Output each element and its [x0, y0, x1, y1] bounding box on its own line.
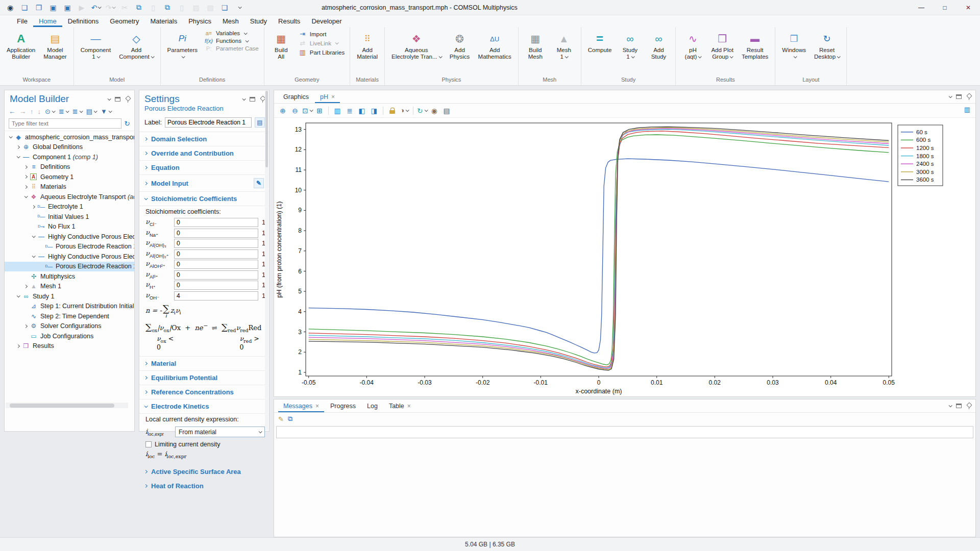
messages-output[interactable]: [276, 426, 973, 438]
tab-graphics[interactable]: Graphics: [278, 91, 314, 103]
ribbon-add-material[interactable]: ⠿AddMaterial: [353, 29, 381, 75]
limiting-current-density-checkbox[interactable]: [145, 441, 152, 447]
scene-icon[interactable]: ◑: [399, 105, 410, 116]
pin-icon[interactable]: [966, 403, 971, 409]
tree-item-step-2-time-dependent[interactable]: ∿Step 2: Time Dependent: [5, 311, 134, 321]
fit-icon[interactable]: ⊞: [314, 105, 325, 116]
zoom-extents-icon[interactable]: ⊡: [302, 105, 313, 116]
section-material[interactable]: Material: [139, 357, 269, 371]
close-icon[interactable]: ×: [331, 93, 335, 101]
tree-caret-icon[interactable]: [22, 166, 29, 168]
float-icon[interactable]: [956, 404, 962, 408]
ribbon-parameters[interactable]: PiParameters: [164, 29, 201, 75]
float-icon[interactable]: [115, 97, 120, 102]
panel-menu-icon[interactable]: [242, 97, 246, 101]
ribbon-add-plot-group[interactable]: ❒Add PlotGroup: [707, 29, 737, 75]
pen-icon[interactable]: ✎: [278, 415, 284, 423]
tree-item-step-1-current-distribution-initialization[interactable]: ⊿Step 1: Current Distribution Initializa…: [5, 302, 134, 312]
tree-caret-icon[interactable]: [14, 146, 21, 148]
ribbon-ph-aqt[interactable]: ∿pH(aqt): [679, 29, 706, 75]
tree-item-electrolyte-1[interactable]: ᴰ—Electrolyte 1: [5, 202, 134, 212]
filter-icon[interactable]: ▼: [101, 108, 111, 115]
ribbon-model-manager[interactable]: ▤ModelManager: [40, 29, 70, 75]
tree-item-job-configurations[interactable]: ▭Job Configurations: [5, 331, 134, 341]
ribbon-build-mesh[interactable]: ▦BuildMesh: [522, 29, 549, 75]
tree-horizontal-scrollbar[interactable]: [6, 403, 128, 408]
iloc-expression-select[interactable]: From material: [175, 427, 265, 437]
move-up-icon[interactable]: ↑: [30, 108, 34, 115]
edit-model-input-icon[interactable]: ✎: [254, 178, 264, 188]
maximize-button[interactable]: □: [933, 0, 957, 15]
section-equilibrium-potential[interactable]: Equilibrium Potential: [139, 371, 269, 385]
zoom-out-icon[interactable]: ⊖: [289, 105, 301, 116]
ribbon-add-physics[interactable]: ❂AddPhysics: [446, 29, 474, 75]
section-override-and-contribution[interactable]: Override and Contribution: [139, 146, 269, 161]
pin-icon[interactable]: [125, 96, 130, 103]
menu-file[interactable]: File: [11, 16, 33, 27]
tree-item-porous-electrode-reaction-1[interactable]: ᴰ—Porous Electrode Reaction 1: [5, 242, 134, 252]
plot-thumbnail-icon[interactable]: ▥: [964, 106, 970, 113]
duplicate-icon[interactable]: ⧉: [161, 2, 174, 13]
update-icon[interactable]: ↻: [416, 105, 428, 116]
tab-messages[interactable]: Messages×: [278, 400, 324, 412]
expand-icon[interactable]: ≣: [59, 108, 68, 115]
ribbon-application-builder[interactable]: AApplicationBuilder: [3, 29, 39, 75]
section-stoichiometric-coefficients[interactable]: Stoichiometric Coefficients: [139, 192, 269, 206]
plot-left-icon[interactable]: ◧: [356, 105, 368, 116]
tree-caret-icon[interactable]: [30, 255, 37, 258]
tree-item-aqueous-electrolyte-transport[interactable]: ❖Aqueous Electrolyte Transport (aqt): [5, 192, 134, 202]
section-equation[interactable]: Equation: [139, 161, 269, 175]
move-down-icon[interactable]: ↓: [38, 108, 41, 115]
tree-caret-icon[interactable]: [14, 156, 21, 158]
save-as-icon[interactable]: ▣: [61, 2, 74, 13]
tree-caret-icon[interactable]: [22, 195, 29, 198]
open-file-icon[interactable]: ❐: [33, 2, 45, 13]
tree-item-atmospheric-corrosion-mass-transport-mph[interactable]: ◆atmospheric_corrosion_mass_transport.mp…: [5, 132, 134, 142]
menu-results[interactable]: Results: [273, 16, 306, 27]
copy-icon[interactable]: ⧉: [133, 2, 145, 13]
rename-icon[interactable]: ▤: [255, 117, 265, 128]
pin-icon[interactable]: [966, 93, 971, 100]
close-icon[interactable]: ×: [315, 403, 319, 410]
nu-na-input[interactable]: [174, 229, 258, 238]
nu-aloh-input[interactable]: [174, 260, 258, 269]
nu-cl-input[interactable]: [174, 218, 258, 227]
show-icon[interactable]: ⊙: [45, 108, 55, 115]
tree-item-no-flux-1[interactable]: ᴰ⊸No Flux 1: [5, 222, 134, 232]
ribbon-variables[interactable]: a=Variables: [204, 30, 259, 36]
section-reference-concentrations[interactable]: Reference Concentrations: [139, 385, 269, 399]
tree-item-solver-configurations[interactable]: ⚙Solver Configurations: [5, 321, 134, 332]
panel-menu-icon[interactable]: [949, 94, 952, 98]
nu-al-oh-input[interactable]: [174, 249, 258, 259]
pin-icon[interactable]: [260, 96, 265, 103]
tree-caret-icon[interactable]: [22, 186, 29, 188]
menu-study[interactable]: Study: [244, 16, 273, 27]
tree-item-porous-electrode-reaction-1[interactable]: ᴰ—Porous Electrode Reaction 1: [5, 262, 134, 272]
ribbon-add-study[interactable]: ∞AddStudy: [645, 29, 672, 75]
tab-log[interactable]: Log: [362, 400, 383, 412]
refresh-icon[interactable]: ↻: [124, 119, 130, 128]
menu-geometry[interactable]: Geometry: [104, 16, 144, 27]
ribbon-add-component[interactable]: ◇AddComponent: [115, 29, 157, 75]
tree-filter-input[interactable]: [9, 118, 121, 129]
tree-caret-icon[interactable]: [7, 136, 14, 138]
tree-caret-icon[interactable]: [14, 295, 21, 297]
axes-list-icon[interactable]: ≣: [344, 105, 355, 116]
section-active-specific-surface-area[interactable]: Active Specific Surface Area: [139, 465, 269, 479]
close-icon[interactable]: ×: [407, 403, 411, 410]
undo-icon[interactable]: ↶: [90, 2, 102, 13]
ribbon-mesh-1[interactable]: ▲Mesh1: [550, 29, 578, 75]
tree-item-geometry-1[interactable]: AGeometry 1: [5, 172, 134, 182]
ribbon-functions[interactable]: f(x)Functions: [204, 38, 259, 44]
nu-oh-input[interactable]: [174, 291, 258, 300]
plot-frame-icon[interactable]: ◨: [369, 105, 380, 116]
tree-caret-icon[interactable]: [22, 325, 29, 328]
tree-item-component-1[interactable]: —Component 1 (comp 1): [5, 152, 134, 162]
ribbon-build-all[interactable]: ▦BuildAll: [267, 29, 295, 75]
menu-physics[interactable]: Physics: [183, 16, 217, 27]
comsol-logo-icon[interactable]: ◉: [4, 2, 16, 13]
tab-table[interactable]: Table×: [384, 400, 416, 412]
tree-item-mesh-1[interactable]: ▲Mesh 1: [5, 282, 134, 292]
node-text-icon[interactable]: ▤: [86, 108, 96, 115]
tree-caret-icon[interactable]: [22, 285, 29, 288]
